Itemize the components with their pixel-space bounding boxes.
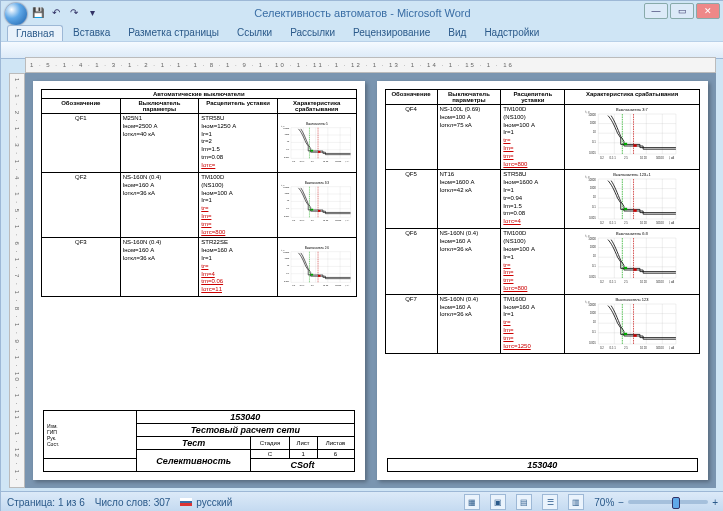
document-workspace[interactable]: Автоматические выключатели Обозначение В… — [25, 73, 716, 488]
svg-text:0.5 1: 0.5 1 — [300, 284, 306, 286]
breaker-id: QF3 — [42, 238, 121, 297]
status-words[interactable]: Число слов: 307 — [95, 497, 171, 508]
trip-params: TM100D(NS100)Iном=100 АIr=1tr=Im=tm=Iотс… — [501, 229, 565, 294]
tab-references[interactable]: Ссылки — [229, 25, 280, 41]
breaker-id: QF4 — [385, 105, 437, 170]
svg-text:2  5: 2 5 — [624, 156, 628, 160]
save-icon[interactable]: 💾 — [31, 5, 45, 19]
view-print-layout-icon[interactable]: ▦ — [464, 494, 480, 510]
breaker-id: QF2 — [42, 173, 121, 238]
tab-layout[interactable]: Разметка страницы — [120, 25, 227, 41]
svg-text:0.001: 0.001 — [589, 151, 596, 155]
tab-home[interactable]: Главная — [7, 25, 63, 41]
zoom-level[interactable]: 70% — [594, 497, 614, 508]
tab-insert[interactable]: Вставка — [65, 25, 118, 41]
trip-curve-chart: Выключатель 3:7 10000 1000 10 0.1 0.001 … — [567, 106, 697, 162]
chart-cell: Выключатель:5 10000 1000 10 0.1 0.001 t,… — [277, 114, 356, 173]
svg-text:I, кА: I, кА — [669, 280, 675, 284]
svg-text:0.001: 0.001 — [589, 275, 596, 279]
svg-text:Выключатель 123+1: Выключатель 123+1 — [613, 172, 651, 177]
svg-rect-139 — [634, 210, 637, 212]
vertical-ruler[interactable]: 1 · 1 · 2 · 1 · 3 · 1 · 4 · 1 · 5 · 1 · … — [9, 73, 25, 488]
redo-icon[interactable]: ↷ — [67, 5, 81, 19]
view-draft-icon[interactable]: ▥ — [568, 494, 584, 510]
svg-rect-110 — [624, 143, 627, 145]
chart-cell: Выключатель 6:3 10000 1000 10 0.1 0.001 … — [565, 229, 700, 294]
zoom-control: 70% − + — [594, 497, 718, 508]
svg-text:0.2: 0.2 — [600, 346, 604, 350]
minimize-button[interactable]: — — [644, 3, 668, 19]
svg-text:0.001: 0.001 — [284, 156, 290, 158]
trip-params: STR22SEIном=160 АIr=1tr=Im=4tm=0.06Iотс=… — [199, 238, 278, 297]
switch-params: M25N1Iном=2500 АIоткл=40 кА — [120, 114, 199, 173]
qat-more-icon[interactable]: ▾ — [85, 5, 99, 19]
zoom-in-button[interactable]: + — [712, 497, 718, 508]
status-bar: Страница: 1 из 6 Число слов: 307 русский… — [1, 491, 723, 511]
ribbon-tabs: Главная Вставка Разметка страницы Ссылки… — [7, 25, 547, 41]
svg-text:0.001: 0.001 — [589, 341, 596, 345]
svg-rect-166 — [624, 267, 627, 269]
svg-text:0.1: 0.1 — [286, 272, 290, 274]
svg-text:0.1: 0.1 — [286, 207, 290, 209]
horizontal-ruler[interactable]: 1 · 5 · 1 · 4 · 1 · 3 · 1 · 2 · 1 · 1 · … — [25, 57, 716, 73]
office-button[interactable] — [5, 3, 27, 25]
status-page[interactable]: Страница: 1 из 6 — [7, 497, 85, 508]
tab-view[interactable]: Вид — [440, 25, 474, 41]
svg-text:0.001: 0.001 — [284, 215, 290, 217]
chart-cell: Выключатель 2:6 10000 1000 10 0.1 0.001 … — [277, 238, 356, 297]
trip-curve-chart: Выключатель 2:6 10000 1000 10 0.1 0.001 … — [280, 239, 354, 295]
undo-icon[interactable]: ↶ — [49, 5, 63, 19]
svg-text:10: 10 — [593, 320, 597, 324]
status-language[interactable]: русский — [180, 497, 232, 508]
svg-text:I, кА: I, кА — [669, 346, 675, 350]
svg-rect-167 — [634, 269, 637, 271]
view-fullscreen-icon[interactable]: ▣ — [490, 494, 506, 510]
table-row: QF2 NS-160N (0.4)Iном=160 АIоткл=36 кА T… — [42, 173, 357, 238]
svg-text:10 20: 10 20 — [323, 219, 329, 221]
svg-text:10 20: 10 20 — [323, 160, 329, 162]
svg-text:10: 10 — [287, 199, 290, 201]
svg-text:0.001: 0.001 — [589, 216, 596, 220]
title-block: Изм. ГИП Рук. Сост. 153040 Тестовый расч… — [43, 410, 355, 472]
svg-text:10: 10 — [287, 140, 290, 142]
zoom-out-button[interactable]: − — [618, 497, 624, 508]
tab-review[interactable]: Рецензирование — [345, 25, 438, 41]
trip-params: STR58UIном=1250 АIr=1tr=2Im=1.5tm=0.08Iо… — [199, 114, 278, 173]
flag-icon — [180, 498, 192, 506]
window-controls: — ▭ ✕ — [642, 3, 720, 19]
svg-text:0.1: 0.1 — [592, 140, 596, 144]
svg-text:2  5: 2 5 — [624, 280, 628, 284]
svg-text:50100: 50100 — [656, 221, 664, 225]
svg-text:1000: 1000 — [590, 186, 597, 190]
svg-text:0.5 1: 0.5 1 — [610, 221, 617, 225]
switch-params: NS-160N (0.4)Iном=160 АIоткл=36 кА — [120, 238, 199, 297]
table-row: QF5 NT16Iном=1600 АIоткл=42 кА STR58UIно… — [385, 170, 700, 229]
svg-text:50100: 50100 — [335, 284, 342, 286]
table-row: QF4 NS-100L (0.69)Iном=100 АIоткл=75 кА … — [385, 105, 700, 170]
svg-rect-194 — [624, 333, 627, 335]
svg-text:0.2: 0.2 — [600, 156, 604, 160]
svg-text:Выключатель:5: Выключатель:5 — [306, 122, 328, 126]
trip-curve-chart: Выключатель 6:3 10000 1000 10 0.1 0.001 … — [567, 230, 697, 286]
view-outline-icon[interactable]: ☰ — [542, 494, 558, 510]
svg-text:0.5 1: 0.5 1 — [610, 346, 617, 350]
trip-curve-chart: Выключатель 123+1 10000 1000 10 0.1 0.00… — [567, 171, 697, 227]
window-title: Селективность автоматов - Microsoft Word — [1, 7, 723, 19]
maximize-button[interactable]: ▭ — [670, 3, 694, 19]
table-row: QF1 M25N1Iном=2500 АIоткл=40 кА STR58UIн… — [42, 114, 357, 173]
table-row: QF3 NS-160N (0.4)Iном=160 АIоткл=36 кА S… — [42, 238, 357, 297]
tab-addins[interactable]: Надстройки — [476, 25, 547, 41]
svg-text:0.5 1: 0.5 1 — [610, 156, 617, 160]
breaker-id: QF1 — [42, 114, 121, 173]
trip-curve-chart: Выключатель 3:3 10000 1000 10 0.1 0.001 … — [280, 174, 354, 230]
zoom-thumb[interactable] — [672, 497, 680, 509]
close-button[interactable]: ✕ — [696, 3, 720, 19]
trip-params: TM100D(NS100)Iном=100 АIr=1tr=Im=tm=Iотс… — [199, 173, 278, 238]
page-2: Обозначение Выключатель параметры Расцеп… — [377, 81, 709, 480]
svg-text:0.2: 0.2 — [600, 221, 604, 225]
view-web-icon[interactable]: ▤ — [516, 494, 532, 510]
svg-text:50100: 50100 — [335, 219, 342, 221]
svg-text:2  5: 2 5 — [311, 284, 315, 286]
zoom-slider[interactable] — [628, 500, 708, 504]
tab-mailings[interactable]: Рассылки — [282, 25, 343, 41]
